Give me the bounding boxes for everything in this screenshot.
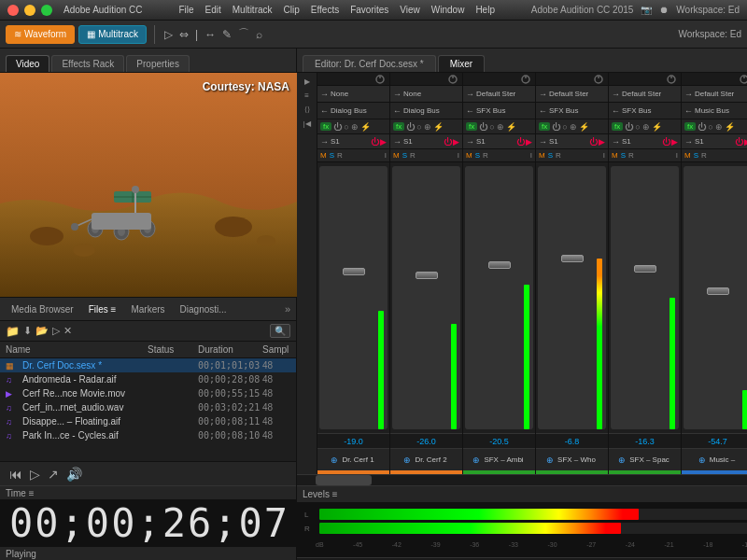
import-icon[interactable]: ⬇ [23, 325, 32, 337]
mixer-scrollbar[interactable] [297, 474, 747, 485]
lightning-icon[interactable]: ⚡ [579, 122, 589, 132]
power-icon[interactable]: ⏻ [479, 122, 487, 132]
solo-icon[interactable]: ○ [489, 122, 494, 132]
send-power-icon[interactable]: ⏻ [735, 137, 743, 147]
lightning-icon[interactable]: ⚡ [725, 122, 735, 132]
input-monitor-icon[interactable]: I [530, 151, 532, 160]
routing-in-name[interactable]: Default Ster [476, 90, 532, 98]
draw-tool-icon[interactable]: ✎ [220, 26, 233, 43]
menu-multitrack[interactable]: Multitrack [233, 5, 273, 15]
record-button[interactable]: R [701, 151, 707, 160]
lightning-icon[interactable]: ⚡ [433, 122, 444, 132]
solo-icon[interactable]: ○ [635, 122, 640, 132]
close-button[interactable] [7, 5, 19, 16]
record-button[interactable]: R [410, 151, 416, 160]
mute-button[interactable]: M [612, 151, 618, 160]
maximize-button[interactable] [41, 5, 52, 16]
mute-button[interactable]: M [466, 151, 472, 160]
file-row[interactable]: ♫Disappe... – Floating.aif00;00;08;1148 [0, 414, 296, 428]
mute-button[interactable]: M [320, 151, 327, 160]
file-row[interactable]: ♫Park In...ce - Cycles.aif00;00;08;1048 [0, 428, 296, 442]
solo-button[interactable]: S [402, 151, 407, 160]
power-icon[interactable]: ⏻ [406, 122, 415, 132]
channel-add-icon[interactable]: ⊕ [698, 455, 706, 465]
file-row[interactable]: ♫Andromeda - Radar.aif00;00;28;0848 [0, 372, 296, 386]
mixer-control-icon[interactable]: |◀ [299, 117, 315, 130]
solo-button[interactable]: S [475, 151, 480, 160]
channel-add-icon[interactable]: ⊕ [403, 455, 411, 465]
record-arm-icon[interactable]: ⊕ [497, 122, 504, 132]
play-button[interactable]: ▷ [30, 467, 40, 482]
folder-icon[interactable]: 📁 [6, 325, 20, 338]
solo-button[interactable]: S [694, 151, 698, 160]
routing-out-name[interactable]: Music Bus [695, 106, 747, 115]
tab-files[interactable]: Files ≡ [83, 302, 122, 316]
tab-editor[interactable]: Editor: Dr. Cerf Doc.sesx * [303, 55, 436, 72]
fader-handle[interactable] [634, 265, 656, 273]
razor-tool-icon[interactable]: | [193, 26, 200, 43]
fader-handle[interactable] [343, 268, 365, 275]
tab-video[interactable]: Video [6, 55, 49, 72]
mute-button[interactable]: M [684, 151, 691, 160]
routing-out-name[interactable]: SFX Bus [622, 106, 678, 115]
record-arm-icon[interactable]: ⊕ [351, 122, 359, 132]
routing-in-name[interactable]: None [403, 90, 459, 98]
menu-effects[interactable]: Effects [311, 5, 339, 15]
record-button[interactable]: R [483, 151, 488, 160]
tab-media-browser[interactable]: Media Browser [6, 302, 79, 316]
volume-icon[interactable]: 🔊 [66, 467, 82, 482]
mixer-control-icon[interactable]: ⟨⟩ [299, 103, 315, 116]
record-button[interactable]: R [556, 151, 561, 160]
skip-start-button[interactable]: ⏮ [9, 467, 22, 482]
input-monitor-icon[interactable]: I [458, 151, 459, 160]
menu-view[interactable]: View [400, 5, 420, 15]
menu-window[interactable]: Window [431, 5, 465, 15]
mute-button[interactable]: M [539, 151, 545, 160]
record-arm-icon[interactable]: ⊕ [642, 122, 650, 132]
export-icon[interactable]: ↗ [48, 467, 59, 482]
record-button[interactable]: R [628, 151, 634, 160]
solo-icon[interactable]: ○ [416, 122, 421, 132]
zoom-tool-icon[interactable]: ⌕ [254, 26, 264, 43]
input-monitor-icon[interactable]: I [676, 151, 678, 160]
lightning-icon[interactable]: ⚡ [360, 122, 371, 132]
fader-handle[interactable] [707, 287, 729, 295]
fx-label[interactable]: fx [393, 122, 404, 131]
routing-in-name[interactable]: Default Ster [695, 90, 747, 98]
input-monitor-icon[interactable]: I [385, 151, 387, 160]
tab-effects-rack[interactable]: Effects Rack [51, 55, 124, 72]
fx-label[interactable]: fx [612, 122, 623, 131]
input-monitor-icon[interactable]: I [603, 151, 605, 160]
channel-add-icon[interactable]: ⊕ [472, 455, 480, 465]
record-arm-icon[interactable]: ⊕ [424, 122, 431, 132]
routing-in-name[interactable]: None [331, 90, 387, 98]
mixer-control-icon[interactable]: ≡ [299, 89, 315, 102]
send-power-icon[interactable]: ⏻ [589, 137, 598, 147]
channel-add-icon[interactable]: ⊕ [331, 455, 338, 465]
fx-label[interactable]: fx [684, 122, 696, 131]
panel-options-icon[interactable]: » [285, 303, 290, 315]
fader-handle[interactable] [488, 261, 511, 269]
send-power-icon[interactable]: ⏻ [662, 137, 670, 147]
send-record-icon[interactable]: ▶ [453, 137, 459, 147]
slip-tool-icon[interactable]: ↔ [203, 26, 218, 43]
menu-help[interactable]: Help [475, 5, 495, 15]
menu-edit[interactable]: Edit [205, 5, 221, 15]
file-row[interactable]: ▦Dr. Cerf Doc.sesx *00;01;01;0348 [0, 358, 296, 372]
menu-clip[interactable]: Clip [284, 5, 300, 15]
tab-markers[interactable]: Markers [125, 302, 170, 316]
mixer-control-icon[interactable]: ▶ [299, 75, 315, 88]
mute-button[interactable]: M [393, 151, 400, 160]
fader-handle[interactable] [416, 272, 438, 279]
multitrack-button[interactable]: ▦ Multitrack [78, 25, 147, 44]
fx-label[interactable]: fx [320, 122, 331, 131]
power-icon[interactable]: ⏻ [625, 122, 633, 132]
solo-button[interactable]: S [621, 151, 626, 160]
pen-tool-icon[interactable]: ⌒ [236, 24, 251, 44]
send-power-icon[interactable]: ⏻ [444, 137, 452, 147]
send-record-icon[interactable]: ▶ [671, 137, 678, 147]
menu-favorites[interactable]: Favorites [350, 5, 388, 15]
fx-label[interactable]: fx [466, 122, 477, 131]
solo-button[interactable]: S [548, 151, 553, 160]
lightning-icon[interactable]: ⚡ [652, 122, 662, 132]
